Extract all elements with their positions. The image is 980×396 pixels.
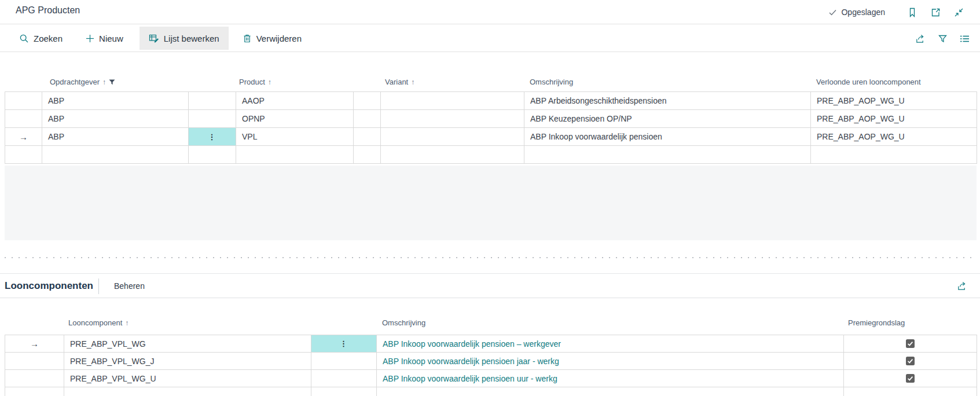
row-selector[interactable] <box>5 110 42 128</box>
sort-asc-icon: ↑ <box>268 78 271 86</box>
app-window: APG Producten Opgeslagen Z <box>0 0 980 396</box>
bookmark-icon[interactable] <box>907 7 917 17</box>
cell-omschrijving[interactable]: ABP Inkoop voorwaardelijk pensioen <box>524 128 811 146</box>
cell-looncomponent[interactable]: PRE_ABP_VPL_WG <box>64 335 311 353</box>
check-icon <box>828 8 837 17</box>
cell-looncomponent[interactable] <box>64 387 311 396</box>
cell-looncomponent[interactable]: PRE_ABP_VPL_WG_J <box>64 353 311 370</box>
column-header-omschrijving[interactable]: Omschrijving <box>530 78 573 86</box>
delete-button[interactable]: Verwijderen <box>239 27 305 50</box>
cell-spacer <box>354 146 381 164</box>
cell-menu[interactable] <box>311 353 377 370</box>
column-label: Variant <box>385 78 408 86</box>
column-header-looncomponent[interactable]: Looncomponent ↑ <box>68 318 129 327</box>
checkbox-checked[interactable] <box>906 374 915 383</box>
cell-opdrachtgever[interactable]: ABP <box>42 110 189 128</box>
cell-spacer <box>354 128 381 146</box>
cell-omschrijving-link[interactable]: ABP Inkoop voorwaardelijk pensioen – wer… <box>377 335 844 353</box>
cell-verloonde-uren[interactable] <box>811 146 977 164</box>
cell-product[interactable]: AAOP <box>236 92 354 110</box>
divider <box>98 278 99 294</box>
looncomponenten-part-header: Looncomponenten Beheren <box>0 273 980 298</box>
looncomponenten-table: → PRE_ABP_VPL_WG ⋮ ABP Inkoop voorwaarde… <box>5 335 977 396</box>
cell-context-menu-ellipsis[interactable]: ⋮ <box>311 335 377 353</box>
column-label: Premiegrondslag <box>848 318 905 327</box>
cell-product[interactable]: OPNP <box>236 110 354 128</box>
cell-opdrachtgever[interactable] <box>42 146 189 164</box>
column-header-opdrachtgever[interactable]: Opdrachtgever ↑ <box>50 78 115 86</box>
top-bar-actions: Opgeslagen <box>828 0 964 24</box>
column-label: Omschrijving <box>382 318 425 327</box>
active-row-indicator: → <box>5 128 42 146</box>
part-separator <box>5 257 977 258</box>
cell-omschrijving-link[interactable]: ABP Inkoop voorwaardelijk pensioen jaar … <box>377 353 844 370</box>
empty-list-area <box>5 166 977 240</box>
cell-variant[interactable] <box>381 128 524 146</box>
part-title: Looncomponenten <box>5 280 93 292</box>
open-in-window-icon[interactable] <box>930 7 941 17</box>
cell-looncomponent[interactable]: PRE_ABP_VPL_WG_U <box>64 370 311 387</box>
column-header-verloonde-uren[interactable]: Verloonde uren looncomponent <box>816 78 921 86</box>
cell-premiegrondslag <box>844 387 977 396</box>
cell-premiegrondslag <box>844 353 977 370</box>
cell-spacer <box>354 110 381 128</box>
row-selector[interactable] <box>5 353 64 370</box>
trash-icon <box>243 34 252 43</box>
edit-list-button-label: Lijst bewerken <box>164 34 219 43</box>
filter-icon[interactable] <box>937 34 948 44</box>
column-header-premiegrondslag[interactable]: Premiegrondslag <box>848 318 905 327</box>
cell-omschrijving[interactable] <box>524 146 811 164</box>
sort-asc-icon: ↑ <box>411 78 414 86</box>
checkbox-checked[interactable] <box>906 339 915 348</box>
cell-menu[interactable] <box>311 370 377 387</box>
cell-omschrijving[interactable]: ABP Arbeidsongeschiktheidspensioen <box>524 92 811 110</box>
row-selector[interactable] <box>5 387 64 396</box>
row-selector[interactable] <box>5 370 64 387</box>
cell-verloonde-uren[interactable]: PRE_ABP_AOP_WG_U <box>811 92 977 110</box>
cell-product[interactable]: VPL <box>236 128 354 146</box>
edit-list-button[interactable]: Lijst bewerken <box>140 27 229 50</box>
plus-icon <box>86 34 94 43</box>
choose-columns-icon[interactable] <box>959 34 970 44</box>
cell-menu[interactable] <box>189 110 236 128</box>
search-icon <box>19 34 29 43</box>
cell-product[interactable] <box>236 146 354 164</box>
cell-context-menu-ellipsis[interactable]: ⋮ <box>189 128 236 146</box>
column-header-variant[interactable]: Variant ↑ <box>385 78 414 86</box>
part-menu-beheren[interactable]: Beheren <box>114 281 145 291</box>
cell-menu[interactable] <box>311 387 377 396</box>
cell-variant[interactable] <box>381 92 524 110</box>
cell-menu[interactable] <box>189 146 236 164</box>
column-header-omschrijving[interactable]: Omschrijving <box>382 318 425 327</box>
cell-opdrachtgever[interactable]: ABP <box>42 92 189 110</box>
cell-verloonde-uren[interactable]: PRE_ABP_AOP_WG_U <box>811 128 977 146</box>
save-status-label: Opgeslagen <box>841 8 885 17</box>
cell-omschrijving-link[interactable]: ABP Inkoop voorwaardelijk pensioen uur -… <box>377 370 844 387</box>
row-selector[interactable] <box>5 92 42 110</box>
cell-premiegrondslag <box>844 370 977 387</box>
share-icon[interactable] <box>915 34 926 44</box>
cell-verloonde-uren[interactable]: PRE_ABP_AOP_WG_U <box>811 110 977 128</box>
cell-opdrachtgever[interactable]: ABP <box>42 128 189 146</box>
cell-omschrijving[interactable] <box>377 387 844 396</box>
delete-button-label: Verwijderen <box>256 34 302 43</box>
top-bar: APG Producten Opgeslagen <box>0 0 980 24</box>
sort-asc-icon: ↑ <box>102 78 106 86</box>
column-label: Omschrijving <box>530 78 573 86</box>
cell-variant[interactable] <box>381 146 524 164</box>
collapse-icon[interactable] <box>953 7 964 17</box>
cell-variant[interactable] <box>381 110 524 128</box>
search-button[interactable]: Zoeken <box>16 27 66 50</box>
part-share-icon[interactable] <box>957 281 967 291</box>
column-header-product[interactable]: Product ↑ <box>239 78 271 86</box>
action-bar: Zoeken Nieuw Lijst bewerken Verwijderen <box>0 25 980 52</box>
column-label: Opdrachtgever <box>50 78 100 86</box>
cell-menu[interactable] <box>189 92 236 110</box>
column-label: Product <box>239 78 265 86</box>
active-row-indicator: → <box>5 335 64 353</box>
cell-omschrijving[interactable]: ABP Keuzepensioen OP/NP <box>524 110 811 128</box>
row-selector[interactable] <box>5 146 42 164</box>
column-label: Looncomponent <box>68 318 122 327</box>
new-button[interactable]: Nieuw <box>82 27 127 50</box>
checkbox-checked[interactable] <box>906 357 915 365</box>
